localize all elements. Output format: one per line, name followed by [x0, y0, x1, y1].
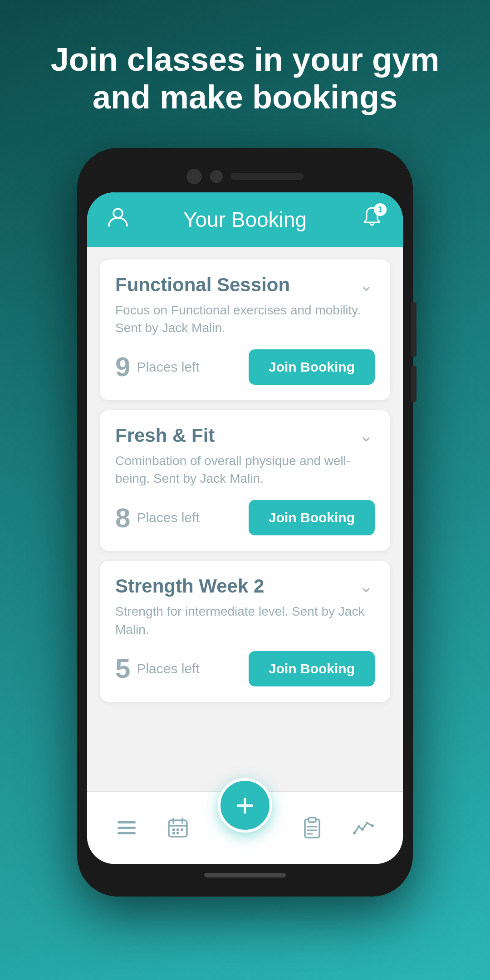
places-left-functional: 9 Places left: [115, 351, 200, 382]
svg-point-19: [358, 825, 360, 828]
svg-rect-11: [172, 832, 175, 834]
page-headline: Join classes in your gym and make bookin…: [0, 41, 490, 116]
places-left-fresh-fit: 8 Places left: [115, 502, 200, 534]
home-indicator: [204, 873, 286, 877]
svg-point-21: [366, 822, 368, 824]
svg-rect-2: [118, 827, 136, 829]
svg-rect-10: [181, 828, 183, 831]
bottom-nav: +: [87, 791, 403, 864]
booking-title-functional-session: Functional Session: [115, 274, 290, 296]
booking-title-strength-week-2: Strength Week 2: [115, 575, 264, 597]
booking-list: Functional Session ⌄ Focus on Functional…: [87, 247, 403, 791]
nav-clipboard-icon[interactable]: [300, 816, 324, 839]
svg-rect-1: [118, 821, 136, 823]
booking-title-fresh-fit: Fresh & Fit: [115, 425, 215, 446]
card-footer-functional: 9 Places left Join Booking: [115, 349, 375, 385]
volume-button-down: [411, 366, 416, 402]
card-footer-fresh-fit: 8 Places left Join Booking: [115, 500, 375, 535]
places-count-strength: 5: [115, 653, 130, 684]
app-header-title: Your Booking: [183, 207, 307, 232]
card-footer-strength: 5 Places left Join Booking: [115, 651, 375, 686]
booking-description-strength-week-2: Strength for intermediate level. Sent by…: [115, 603, 375, 638]
svg-rect-12: [176, 832, 179, 834]
nav-calendar-icon[interactable]: [166, 816, 190, 839]
profile-icon[interactable]: [107, 206, 129, 233]
places-label-strength: Places left: [137, 661, 199, 676]
phone-top-bar: [87, 156, 403, 192]
svg-rect-8: [172, 828, 175, 831]
chevron-down-icon-strength[interactable]: ⌄: [358, 575, 375, 598]
booking-card-functional-session: Functional Session ⌄ Focus on Functional…: [100, 260, 390, 400]
svg-rect-3: [118, 832, 136, 834]
phone-screen: Your Booking 1 Functional Session ⌄: [87, 192, 403, 864]
svg-point-22: [371, 824, 374, 827]
chevron-down-icon-functional[interactable]: ⌄: [358, 274, 375, 297]
nav-list-icon[interactable]: [115, 816, 138, 839]
places-label-fresh-fit: Places left: [137, 510, 199, 525]
camera-main: [186, 169, 202, 184]
places-count-functional: 9: [115, 351, 130, 382]
booking-card-strength-week-2: Strength Week 2 ⌄ Strength for intermedi…: [100, 561, 390, 701]
join-booking-button-strength[interactable]: Join Booking: [249, 651, 375, 686]
app-header: Your Booking 1: [87, 192, 403, 247]
booking-description-fresh-fit: Cominbation of overall physique and well…: [115, 452, 375, 487]
places-label-functional: Places left: [137, 359, 199, 375]
camera-secondary: [210, 170, 223, 183]
phone-bottom-bar: [204, 864, 286, 887]
svg-point-0: [113, 209, 122, 218]
speaker-bar: [231, 173, 304, 180]
booking-description-functional-session: Focus on Functional exercises and mobili…: [115, 301, 375, 337]
places-left-strength: 5 Places left: [115, 653, 200, 684]
chevron-down-icon-fresh-fit[interactable]: ⌄: [358, 425, 375, 447]
join-booking-button-functional[interactable]: Join Booking: [249, 349, 375, 385]
svg-point-20: [361, 828, 364, 831]
places-count-fresh-fit: 8: [115, 502, 130, 534]
svg-rect-9: [176, 828, 179, 831]
notification-button[interactable]: 1: [361, 206, 383, 233]
fab-add-button[interactable]: +: [218, 778, 272, 833]
volume-button-up: [411, 302, 416, 357]
phone-shell: Your Booking 1 Functional Session ⌄: [77, 148, 413, 897]
booking-card-fresh-fit: Fresh & Fit ⌄ Cominbation of overall phy…: [100, 410, 390, 551]
svg-point-18: [353, 832, 356, 834]
notification-badge: 1: [374, 203, 387, 216]
join-booking-button-fresh-fit[interactable]: Join Booking: [249, 500, 375, 535]
svg-rect-14: [309, 818, 316, 822]
nav-chart-icon[interactable]: [352, 816, 375, 839]
